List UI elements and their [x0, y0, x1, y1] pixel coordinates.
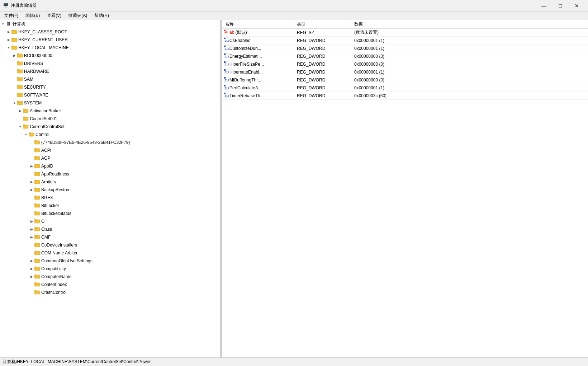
tree-item-drivers[interactable]: DRIVERS	[0, 60, 220, 67]
tree-folder-icon	[17, 100, 23, 106]
tree-expander[interactable]: ▾	[0, 21, 6, 27]
tree-expander[interactable]: ▾	[11, 100, 17, 106]
svg-rect-80	[34, 235, 36, 236]
minimize-button[interactable]: —	[536, 0, 552, 11]
tree-item-computername[interactable]: ▶ ComputerName	[0, 273, 220, 281]
tree-item-commonglobusersettings[interactable]: ▶ CommonGlobUserSettings	[0, 257, 220, 265]
tree-label: CommonGlobUserSettings	[41, 258, 93, 263]
tree-item-hkcu[interactable]: ▶ HKEY_CURRENT_USER	[0, 36, 220, 44]
tree-item-ci[interactable]: ▶ CI	[0, 217, 220, 225]
svg-rect-8	[11, 46, 13, 46]
tree-item-control[interactable]: ▾ Control	[0, 131, 220, 139]
tree-item-contentindex[interactable]: ContentIndex	[0, 281, 220, 288]
tree-expander	[29, 282, 34, 287]
menu-item-v[interactable]: 查看(V)	[44, 12, 64, 19]
tree-expander	[29, 171, 34, 177]
tree-expander[interactable]: ▶	[11, 53, 17, 58]
tree-expander[interactable]: ▶	[29, 266, 34, 272]
tree-item-appreadiness[interactable]: AppReadiness	[0, 170, 220, 178]
tree-item-crashcontrol[interactable]: CrashControl	[0, 288, 220, 296]
reg-row-8[interactable]: 010 TimerRebaseTh...REG_DWORD0x0000003c …	[222, 92, 588, 100]
reg-row-5[interactable]: 010 HibernateEnabl...REG_DWORD0x00000001…	[222, 68, 588, 76]
tree-expander[interactable]: ▶	[29, 219, 34, 224]
right-content[interactable]: ab ab (默认)REG_SZ(数值未设置) 010 CsEnabledREG…	[222, 29, 588, 357]
tree-item-appid[interactable]: ▶ AppID	[0, 162, 220, 170]
tree-label: Class	[41, 227, 52, 232]
reg-row-2[interactable]: 010 CustomizeDuri...REG_DWORD0x00000001 …	[222, 44, 588, 52]
tree-item-hkcr[interactable]: ▶ HKEY_CLASSES_ROOT	[0, 28, 220, 36]
reg-icon-7: 010	[224, 84, 229, 91]
tree-item-security[interactable]: SECURITY	[0, 83, 220, 91]
tree-item-arbiters[interactable]: ▶ Arbiters	[0, 178, 220, 186]
tree-expander[interactable]: ▶	[6, 29, 11, 35]
menu-item-a[interactable]: 收藏夹(A)	[66, 12, 90, 19]
tree-expander	[29, 155, 34, 161]
tree-item-codeviceinstallers[interactable]: CoDeviceInstallers	[0, 241, 220, 249]
tree-expander[interactable]: ▶	[29, 179, 34, 185]
maximize-button[interactable]: □	[552, 0, 569, 11]
tree-container[interactable]: ▾🖥计算机▶ HKEY_CLASSES_ROOT▶ HKEY_CURRENT_U…	[0, 20, 220, 357]
menu-item-f[interactable]: 文件(F)	[1, 12, 21, 19]
tree-expander[interactable]: ▶	[29, 226, 34, 232]
tree-item-acpi[interactable]: ACPI	[0, 146, 220, 154]
tree-item-class[interactable]: ▶ Class	[0, 225, 220, 233]
reg-row-7[interactable]: 010 PerfCalculateA...REG_DWORD0x00000001…	[222, 84, 588, 92]
tree-expander[interactable]: ▾	[17, 124, 23, 130]
tree-item-comnamearbiter[interactable]: COM Name Arbiter	[0, 249, 220, 257]
svg-rect-32	[23, 109, 25, 109]
tree-item-agp[interactable]: AGP	[0, 154, 220, 162]
tree-expander[interactable]: ▶	[17, 108, 23, 114]
tree-label: BackupRestore	[41, 187, 71, 192]
tree-item-hklm[interactable]: ▾ HKEY_LOCAL_MACHINE	[0, 44, 220, 52]
tree-item-bgfx[interactable]: BGFX	[0, 194, 220, 202]
tree-label: SAM	[24, 77, 33, 82]
tree-item-sam[interactable]: SAM	[0, 75, 220, 83]
tree-item-activationbroker[interactable]: ▶ ActivationBroker	[0, 107, 220, 115]
tree-item-software[interactable]: SOFTWARE	[0, 91, 220, 99]
menu-item-h[interactable]: 帮助(H)	[91, 12, 112, 19]
tree-expander[interactable]: ▾	[23, 132, 29, 137]
tree-item-bitlockerstatus[interactable]: BitLockerStatus	[0, 210, 220, 217]
reg-name-text-0: ab (默认)	[229, 29, 247, 36]
menu-item-e[interactable]: 编辑(E)	[23, 12, 43, 19]
reg-data-cell-5: 0x00000001 (1)	[351, 70, 588, 75]
close-button[interactable]: ✕	[569, 0, 585, 11]
tree-expander[interactable]: ▾	[6, 45, 11, 51]
tree-expander[interactable]: ▶	[29, 274, 34, 280]
tree-item-controlset001[interactable]: ControlSet001	[0, 115, 220, 123]
tree-item-bcd[interactable]: ▶ BCD00000000	[0, 52, 220, 60]
reg-name-cell-5: 010 HibernateEnabl...	[222, 69, 294, 75]
svg-rect-118	[224, 69, 226, 71]
title-bar-text: 注册表编辑器	[11, 3, 536, 9]
tree-item-guid[interactable]: {7746D80F-97E0-4E26-9543-26B41FC22F79}	[0, 139, 220, 146]
tree-expander[interactable]: ▶	[29, 163, 34, 169]
tree-label: HKEY_CURRENT_USER	[18, 37, 68, 42]
tree-item-currentcontrolset[interactable]: ▾ CurrentControlSet	[0, 123, 220, 131]
tree-expander[interactable]: ▶	[29, 187, 34, 193]
tree-item-compatibility[interactable]: ▶ Compatibility	[0, 265, 220, 273]
tree-expander	[11, 84, 17, 90]
reg-row-3[interactable]: 010 EnergyEstimati...REG_DWORD0x00000000…	[222, 52, 588, 60]
tree-item-system[interactable]: ▾ SYSTEM	[0, 99, 220, 107]
status-bar: 计算机\HKEY_LOCAL_MACHINE\SYSTEM\CurrentCon…	[0, 357, 588, 366]
tree-item-backuprestore[interactable]: ▶ BackupRestore	[0, 186, 220, 194]
reg-row-1[interactable]: 010 CsEnabledREG_DWORD0x00000001 (1)	[222, 37, 588, 44]
svg-rect-95	[34, 274, 36, 275]
tree-item-hardware[interactable]: HARDWARE	[0, 67, 220, 75]
svg-rect-41	[29, 132, 30, 133]
tree-expander[interactable]: ▶	[29, 234, 34, 240]
tree-folder-icon	[34, 290, 40, 295]
reg-type-cell-2: REG_DWORD	[294, 46, 351, 51]
reg-row-0[interactable]: ab ab (默认)REG_SZ(数值未设置)	[222, 29, 588, 37]
tree-folder-icon	[34, 163, 40, 169]
tree-expander[interactable]: ▶	[6, 37, 11, 43]
tree-item-cmf[interactable]: ▶ CMF	[0, 233, 220, 241]
tree-item-computer[interactable]: ▾🖥计算机	[0, 20, 220, 28]
reg-row-4[interactable]: 010 HiberFileSizePe...REG_DWORD0x0000000…	[222, 60, 588, 68]
right-header: 名称 类型 数据	[222, 20, 588, 29]
tree-folder-icon	[34, 203, 40, 208]
tree-item-bitlocker[interactable]: BitLocker	[0, 202, 220, 210]
tree-expander[interactable]: ▶	[29, 258, 34, 264]
reg-row-6[interactable]: 010 MfBufferingThr...REG_DWORD0x00000000…	[222, 76, 588, 84]
svg-text:010: 010	[225, 47, 229, 50]
